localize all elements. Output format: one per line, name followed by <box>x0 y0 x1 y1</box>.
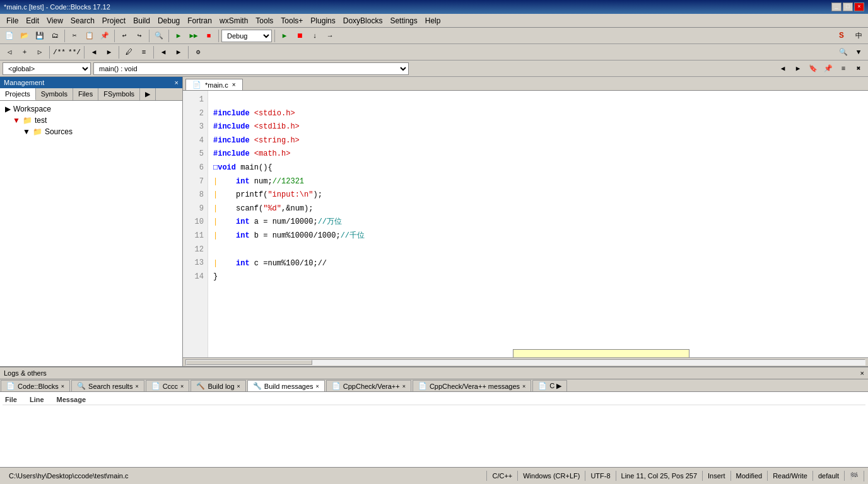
nav-prev[interactable]: ◀ <box>156 45 170 59</box>
log-tab-cccc[interactable]: 📄 Cccc × <box>146 380 190 391</box>
log-tab-cppcheck-msg[interactable]: 📄 CppCheck/Vera++ messages × <box>413 380 531 391</box>
log-cppcheck-msg-close[interactable]: × <box>522 383 525 389</box>
debug-dropdown[interactable]: Debug Release <box>221 30 272 42</box>
status-access: Read/Write <box>768 471 813 481</box>
save-btn[interactable]: 💾 <box>33 29 47 43</box>
menu-doxyblocks[interactable]: DoxyBlocks <box>339 15 387 26</box>
nav-bar: <global> main() : void ◀ ▶ 🔖 📌 ≡ ✖ <box>0 60 868 77</box>
prev-bookmark[interactable]: ◁ <box>3 45 16 59</box>
close-nav[interactable]: ✖ <box>852 62 865 76</box>
tab-files[interactable]: Files <box>73 88 98 100</box>
function-dropdown[interactable]: main() : void <box>93 62 409 75</box>
match-btn[interactable]: ≡ <box>137 45 151 59</box>
cut-btn[interactable]: ✂ <box>67 29 81 43</box>
menu-tools-plus[interactable]: Tools+ <box>277 15 307 26</box>
close-button[interactable]: × <box>854 3 864 11</box>
minimize-button[interactable]: _ <box>831 3 842 11</box>
log-tab-buildlog[interactable]: 🔨 Build log × <box>191 380 245 391</box>
log-cccc-close[interactable]: × <box>180 383 184 389</box>
open-btn[interactable]: 📂 <box>18 29 32 43</box>
uncomment-btn[interactable]: **/ <box>67 45 81 59</box>
next-bookmark[interactable]: ▷ <box>33 45 47 59</box>
test-project-item[interactable]: ▼ 📁 test <box>3 115 180 126</box>
scroll-track[interactable] <box>185 359 865 366</box>
global-dropdown[interactable]: <global> <box>3 62 91 75</box>
code-content[interactable]: #include <stdio.h> #include <stdlib.h> #… <box>208 91 868 357</box>
tab-symbols[interactable]: Symbols <box>36 88 73 100</box>
log-search-close[interactable]: × <box>135 383 138 389</box>
tab-expand[interactable]: ▶ <box>140 88 156 100</box>
nav-next[interactable]: ▶ <box>172 45 185 59</box>
menu-build[interactable]: Build <box>129 15 154 26</box>
nav-fwd2[interactable]: ▶ <box>791 62 805 76</box>
add-bookmark[interactable]: + <box>18 45 32 59</box>
window-controls[interactable]: _ □ × <box>831 3 864 11</box>
log-codeblocks-close[interactable]: × <box>61 383 64 389</box>
menu-search[interactable]: Search <box>67 15 98 26</box>
menu-help[interactable]: Help <box>421 15 445 26</box>
debug-start-btn[interactable]: ▶ <box>278 29 291 43</box>
debug-step-btn[interactable]: ↓ <box>308 29 322 43</box>
sources-item[interactable]: ▼ 📁 Sources <box>3 126 180 137</box>
toolbar-main: 📄 📂 💾 🗂 ✂ 📋 📌 ↩ ↪ 🔍 ▶ ▶▶ ■ Debug Release… <box>0 28 868 44</box>
menu-file[interactable]: File <box>3 15 22 26</box>
menu-wxsmith[interactable]: wxSmith <box>216 15 252 26</box>
redo-btn[interactable]: ↪ <box>132 29 146 43</box>
status-encoding: UTF-8 <box>585 471 616 481</box>
log-tab-cppcheck[interactable]: 📄 CppCheck/Vera++ × <box>326 380 411 391</box>
comment-btn[interactable]: /** <box>52 45 66 59</box>
status-modified: Modified <box>731 471 768 481</box>
logs-close-btn[interactable]: × <box>860 369 864 377</box>
log-cppcheck-close[interactable]: × <box>402 383 406 389</box>
log-c-label: C ▶ <box>549 382 561 390</box>
nav-fwd[interactable]: ▶ <box>102 45 116 59</box>
maximize-button[interactable]: □ <box>843 3 853 11</box>
menu-plugins[interactable]: Plugins <box>307 15 339 26</box>
debug-stop-btn[interactable]: ⏹ <box>293 29 307 43</box>
menu-edit[interactable]: Edit <box>22 15 43 26</box>
debug-next-btn[interactable]: → <box>323 29 337 43</box>
log-buildmsg-close[interactable]: × <box>316 383 319 389</box>
list-btn[interactable]: ≡ <box>836 62 850 76</box>
workspace-item[interactable]: ▶ Workspace <box>3 103 180 115</box>
menu-fortran[interactable]: Fortran <box>184 15 216 26</box>
tab-close-btn[interactable]: × <box>232 81 236 88</box>
nav-back[interactable]: ◀ <box>87 45 101 59</box>
save-all-btn[interactable]: 🗂 <box>48 29 62 43</box>
log-cccc-label: Cccc <box>163 383 178 390</box>
tab-fsymbols[interactable]: FSymbols <box>98 88 140 100</box>
menu-settings[interactable]: Settings <box>386 15 421 26</box>
find-btn[interactable]: 🔍 <box>152 29 166 43</box>
menu-tools[interactable]: Tools <box>252 15 277 26</box>
log-tab-codeblocks[interactable]: 📄 Code::Blocks × <box>1 380 70 391</box>
log-tab-buildmsg[interactable]: 🔧 Build messages × <box>247 380 325 391</box>
copy-btn[interactable]: 📋 <box>83 29 97 43</box>
search-icon-btn[interactable]: 🔍 <box>836 45 850 59</box>
main-c-tab[interactable]: 📄 *main.c × <box>185 79 243 90</box>
more-btn[interactable]: ▼ <box>852 45 865 59</box>
bookmark-icon[interactable]: 🔖 <box>806 62 820 76</box>
menu-debug[interactable]: Debug <box>154 15 184 26</box>
nav-back2[interactable]: ◀ <box>776 62 790 76</box>
stop-btn[interactable]: ■ <box>202 29 216 43</box>
undo-btn[interactable]: ↩ <box>117 29 131 43</box>
scroll-thumb[interactable] <box>186 360 312 365</box>
pin-btn[interactable]: 📌 <box>821 62 835 76</box>
new-btn[interactable]: 📄 <box>3 29 16 43</box>
highlight-btn[interactable]: 🖊 <box>122 45 136 59</box>
menu-project[interactable]: Project <box>98 15 129 26</box>
paste-btn[interactable]: 📌 <box>98 29 112 43</box>
input-method-btn[interactable]: S <box>833 29 850 43</box>
run-btn[interactable]: ▶▶ <box>187 29 201 43</box>
settings-btn[interactable]: ⚙ <box>191 45 205 59</box>
tab-projects[interactable]: Projects <box>0 88 36 100</box>
sidebar: Management × Projects Symbols Files FSym… <box>0 77 183 366</box>
sidebar-close-btn[interactable]: × <box>175 79 179 86</box>
cn-btn[interactable]: 中 <box>852 29 865 43</box>
horizontal-scrollbar[interactable] <box>183 357 868 366</box>
build-btn[interactable]: ▶ <box>172 29 185 43</box>
log-tab-search[interactable]: 🔍 Search results × <box>71 380 144 391</box>
log-tab-c[interactable]: 📄 C ▶ <box>532 380 567 391</box>
log-buildlog-close[interactable]: × <box>237 383 240 389</box>
menu-view[interactable]: View <box>43 15 67 26</box>
